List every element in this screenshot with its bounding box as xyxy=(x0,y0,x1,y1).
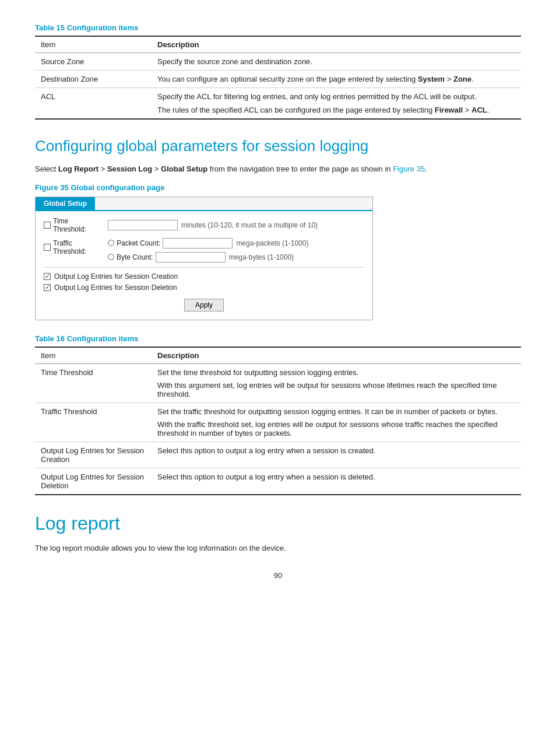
table-row: Output Log Entries for SessionDeletion S… xyxy=(35,468,521,495)
session-deletion-checkbox[interactable] xyxy=(44,284,51,291)
packet-count-label: Packet Count: xyxy=(117,239,160,247)
desc-acl: Specify the ACL for filtering log entrie… xyxy=(152,88,521,120)
item-destination-zone: Destination Zone xyxy=(35,71,152,88)
global-setup-box: Global Setup Time Threshold: minutes (10… xyxy=(35,197,373,320)
table15-col-description: Description xyxy=(152,36,521,53)
item-output-creation: Output Log Entries for SessionCreation xyxy=(35,442,152,468)
session-creation-checkbox[interactable] xyxy=(44,273,51,280)
traffic-threshold-checkbox[interactable] xyxy=(44,244,51,251)
time-threshold-row: Time Threshold: minutes (10-120, it must… xyxy=(44,217,364,233)
separator1 xyxy=(44,267,364,268)
item-acl: ACL xyxy=(35,88,152,120)
byte-count-row: Byte Count: mega-bytes (1-1000) xyxy=(108,252,308,262)
table16-col-description: Description xyxy=(152,347,521,364)
packet-count-hint: mega-packets (1-1000) xyxy=(236,239,308,247)
table15-caption: Table 15 Configuration items xyxy=(35,23,521,32)
table-row: Traffic Threshold Set the traffic thresh… xyxy=(35,402,521,442)
apply-button[interactable]: Apply xyxy=(184,299,224,312)
byte-count-label: Byte Count: xyxy=(117,253,153,261)
figure35-caption: Figure 35 Global configuration page xyxy=(35,183,521,192)
desc-destination-zone: You can configure an optional security z… xyxy=(152,71,521,88)
table-row: ACL Specify the ACL for filtering log en… xyxy=(35,88,521,120)
table16: Item Description Time Threshold Set the … xyxy=(35,346,521,495)
byte-count-radio[interactable] xyxy=(108,254,114,260)
session-deletion-label: Output Log Entries for Session Deletion xyxy=(54,284,177,292)
table-row: Output Log Entries for SessionCreation S… xyxy=(35,442,521,468)
item-time-threshold: Time Threshold xyxy=(35,363,152,402)
table-row: Source Zone Specify the source zone and … xyxy=(35,53,521,71)
apply-row: Apply xyxy=(44,296,364,312)
traffic-options: Packet Count: mega-packets (1-1000) Byte… xyxy=(108,238,308,262)
item-traffic-threshold: Traffic Threshold xyxy=(35,402,152,442)
time-threshold-input[interactable] xyxy=(108,220,178,230)
traffic-threshold-row: Traffic Threshold: Packet Count: mega-pa… xyxy=(44,238,364,262)
desc-source-zone: Specify the source zone and destination … xyxy=(152,53,521,71)
traffic-threshold-label: Traffic Threshold: xyxy=(44,238,108,256)
packet-count-radio[interactable] xyxy=(108,240,114,246)
desc-time-threshold: Set the time threshold for outputting se… xyxy=(152,363,521,402)
desc-output-creation: Select this option to output a log entry… xyxy=(152,442,521,468)
time-threshold-label: Time Threshold: xyxy=(44,217,108,233)
log-report-heading: Log report xyxy=(35,513,521,534)
table15-col-item: Item xyxy=(35,36,152,53)
packet-count-row: Packet Count: mega-packets (1-1000) xyxy=(108,238,308,249)
table16-caption: Table 16 Configuration items xyxy=(35,334,521,343)
table-row: Time Threshold Set the time threshold fo… xyxy=(35,363,521,402)
global-setup-tab[interactable]: Global Setup xyxy=(36,197,95,210)
page-number: 90 xyxy=(35,571,521,580)
desc-output-deletion: Select this option to output a log entry… xyxy=(152,468,521,495)
section1-heading: Configuring global parameters for sessio… xyxy=(35,137,521,155)
session-creation-label: Output Log Entries for Session Creation xyxy=(54,272,178,281)
item-output-deletion: Output Log Entries for SessionDeletion xyxy=(35,468,152,495)
log-report-body: The log report module allows you to view… xyxy=(35,542,521,554)
packet-count-input[interactable] xyxy=(163,238,233,249)
desc-traffic-threshold: Set the traffic threshold for outputting… xyxy=(152,402,521,442)
time-threshold-hint: minutes (10-120, it must be a multiple o… xyxy=(181,221,318,229)
byte-count-input[interactable] xyxy=(156,252,226,262)
time-threshold-checkbox[interactable] xyxy=(44,222,51,229)
table-row: Destination Zone You can configure an op… xyxy=(35,71,521,88)
table16-col-item: Item xyxy=(35,347,152,364)
byte-count-hint: mega-bytes (1-1000) xyxy=(229,253,294,261)
table15: Item Description Source Zone Specify the… xyxy=(35,36,521,120)
item-source-zone: Source Zone xyxy=(35,53,152,71)
session-deletion-row: Output Log Entries for Session Deletion xyxy=(44,284,364,292)
figure35-link: Figure 35 xyxy=(393,164,425,173)
global-setup-content: Time Threshold: minutes (10-120, it must… xyxy=(36,210,372,320)
session-creation-row: Output Log Entries for Session Creation xyxy=(44,272,364,281)
section1-intro: Select Log Report > Session Log > Global… xyxy=(35,163,521,175)
